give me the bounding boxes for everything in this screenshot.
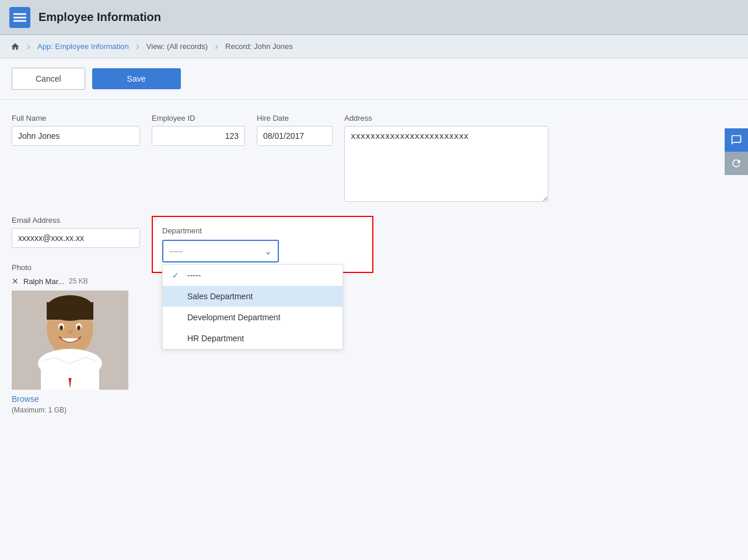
breadcrumb-sep-3: › <box>215 40 218 52</box>
dept-option-dev[interactable]: Development Department <box>163 307 342 328</box>
chevron-down-icon: ⌄ <box>264 246 272 257</box>
breadcrumb-view[interactable]: View: (All records) <box>142 40 212 53</box>
department-container: Department ----- ⌄ ✓ ----- Sales Departm… <box>152 216 373 273</box>
dept-option-hr[interactable]: HR Department <box>163 328 342 349</box>
photo-filename: Ralph Mar... <box>23 277 64 286</box>
fields-row-1: Full Name Employee ID Hire Date Address … <box>12 114 736 202</box>
address-label: Address <box>344 114 548 123</box>
chat-button[interactable] <box>725 128 748 152</box>
svg-rect-0 <box>13 13 26 15</box>
department-select-wrapper: ----- ⌄ ✓ ----- Sales Department D <box>162 240 279 262</box>
emp-id-label: Employee ID <box>152 114 245 123</box>
hire-date-label: Hire Date <box>257 114 333 123</box>
menu-icon[interactable] <box>9 7 30 28</box>
full-name-group: Full Name <box>12 114 140 146</box>
breadcrumb-sep-2: › <box>136 40 139 52</box>
dept-option-sales[interactable]: Sales Department <box>163 286 342 307</box>
remove-photo-button[interactable]: ✕ <box>12 276 19 286</box>
svg-rect-6 <box>47 302 93 320</box>
dept-option-label-dev: Development Department <box>187 313 281 322</box>
main-content: Full Name Employee ID Hire Date Address … <box>0 100 748 560</box>
breadcrumb-app[interactable]: App: Employee Information <box>33 40 134 53</box>
full-name-input[interactable] <box>12 126 140 146</box>
department-selected-value: ----- <box>169 247 183 256</box>
dept-option-label-hr: HR Department <box>187 334 244 343</box>
toolbar: Cancel Save <box>0 58 748 100</box>
home-breadcrumb[interactable] <box>6 40 25 54</box>
email-label: Email Address <box>12 216 140 225</box>
browse-link[interactable]: Browse <box>12 394 140 404</box>
dept-option-label-blank: ----- <box>187 271 201 280</box>
department-select[interactable]: ----- ⌄ <box>162 240 279 262</box>
dept-option-blank[interactable]: ✓ ----- <box>163 265 342 286</box>
address-input[interactable]: xxxxxxxxxxxxxxxxxxxxxxxx <box>344 126 548 202</box>
max-size-label: (Maximum: 1 GB) <box>12 406 140 414</box>
fields-row-2: Email Address Photo ✕ Ralph Mar... 25 KB <box>12 216 736 414</box>
svg-point-10 <box>77 326 81 330</box>
checkmark-icon: ✓ <box>172 271 181 280</box>
department-label: Department <box>162 226 363 235</box>
email-group: Email Address Photo ✕ Ralph Mar... 25 KB <box>12 216 140 414</box>
dept-option-label-sales: Sales Department <box>187 292 253 301</box>
full-name-label: Full Name <box>12 114 140 123</box>
svg-rect-1 <box>13 16 26 18</box>
breadcrumb: › App: Employee Information › View: (All… <box>0 35 748 58</box>
photo-label: Photo <box>12 263 140 272</box>
photo-section: Photo ✕ Ralph Mar... 25 KB <box>12 263 140 414</box>
save-button[interactable]: Save <box>92 68 181 89</box>
svg-point-9 <box>60 326 63 330</box>
breadcrumb-sep-1: › <box>27 40 30 52</box>
hire-date-group: Hire Date <box>257 114 333 146</box>
address-group: Address xxxxxxxxxxxxxxxxxxxxxxxx <box>344 114 548 202</box>
svg-rect-2 <box>13 20 26 22</box>
email-input[interactable] <box>12 228 140 248</box>
department-dropdown: ✓ ----- Sales Department Development Dep… <box>162 264 343 349</box>
photo-size: 25 KB <box>69 277 88 285</box>
refresh-button[interactable] <box>725 152 748 175</box>
emp-id-group: Employee ID <box>152 114 245 146</box>
breadcrumb-record: Record: John Jones <box>221 40 298 53</box>
photo-file-row: ✕ Ralph Mar... 25 KB <box>12 276 140 286</box>
app-header: Employee Information <box>0 0 748 35</box>
photo-thumbnail <box>12 290 128 390</box>
emp-id-input[interactable] <box>152 126 245 146</box>
app-title: Employee Information <box>39 10 161 24</box>
cancel-button[interactable]: Cancel <box>12 68 85 90</box>
hire-date-input[interactable] <box>257 126 333 146</box>
right-sidebar <box>725 128 748 175</box>
